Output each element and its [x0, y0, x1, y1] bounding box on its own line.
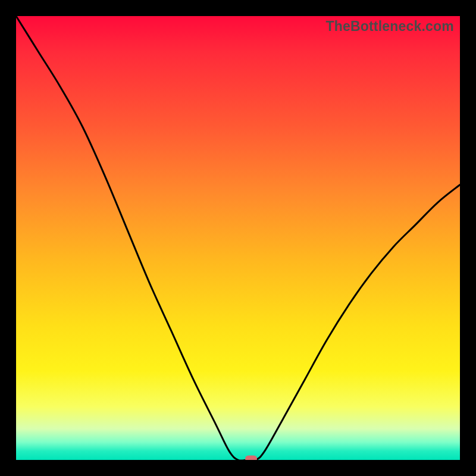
bottleneck-curve [16, 16, 460, 460]
plot-area: TheBottleneck.com [16, 16, 460, 460]
chart-frame: { "watermark": "TheBottleneck.com", "cha… [0, 0, 476, 476]
optimum-marker-icon [245, 456, 257, 461]
